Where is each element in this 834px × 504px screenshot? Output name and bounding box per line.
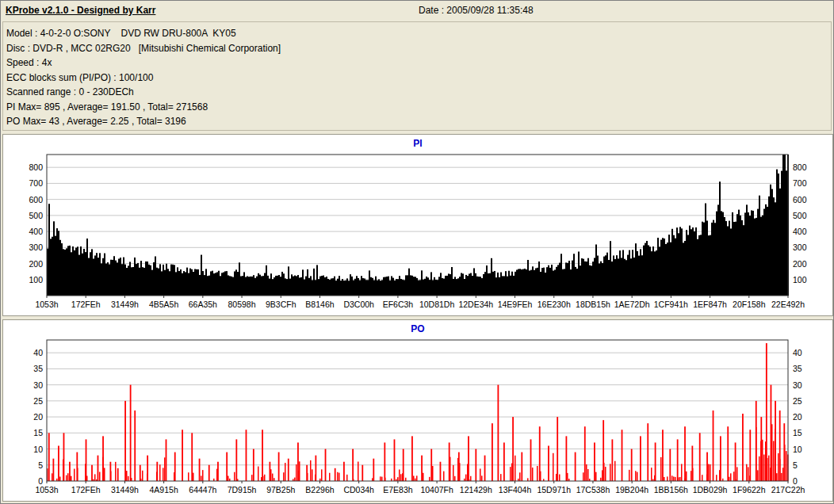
- bar: [310, 276, 312, 296]
- bar: [147, 456, 148, 481]
- bar: [689, 226, 691, 296]
- bar: [548, 265, 549, 296]
- bar: [510, 467, 511, 481]
- bar: [679, 477, 681, 481]
- bar: [610, 464, 611, 481]
- bar: [262, 276, 264, 296]
- bar: [652, 246, 654, 296]
- bar: [521, 269, 522, 296]
- bar: [302, 269, 304, 296]
- bar: [283, 273, 285, 296]
- bar: [243, 272, 245, 296]
- bar: [497, 273, 499, 296]
- bar: [637, 472, 638, 481]
- bar: [381, 477, 383, 481]
- bar: [254, 278, 256, 296]
- bar: [500, 273, 502, 296]
- bar: [606, 253, 608, 296]
- bar: [177, 267, 178, 296]
- bar: [483, 274, 484, 296]
- bar: [164, 270, 166, 296]
- bar: [226, 271, 228, 296]
- bar: [503, 276, 505, 296]
- bar: [313, 269, 315, 296]
- bar: [77, 246, 78, 296]
- bar: [692, 227, 694, 296]
- bar: [185, 272, 186, 296]
- bar: [296, 276, 297, 296]
- x-tick-label: D3C00h: [343, 300, 374, 309]
- bar: [411, 276, 413, 296]
- bar: [562, 269, 564, 296]
- bar: [756, 218, 757, 296]
- bar: [352, 449, 354, 481]
- bar: [500, 474, 502, 481]
- bar: [166, 264, 167, 296]
- bar: [223, 273, 224, 296]
- bar: [559, 263, 560, 296]
- bar: [511, 272, 513, 296]
- bar: [484, 272, 486, 296]
- bar: [218, 271, 220, 296]
- bar: [605, 467, 606, 481]
- bar: [748, 212, 749, 296]
- bar: [67, 246, 69, 296]
- bar: [369, 270, 370, 296]
- po-chart: 005510101515202025253030353540401053h172…: [3, 336, 832, 501]
- bar: [673, 235, 675, 296]
- bar: [76, 452, 78, 481]
- bar: [706, 220, 708, 296]
- bar: [191, 433, 193, 481]
- bar: [55, 236, 56, 296]
- bar: [656, 250, 657, 296]
- bar: [109, 462, 111, 481]
- bar: [627, 255, 629, 296]
- bar: [275, 276, 277, 296]
- y-tick-label-right: 200: [793, 259, 807, 269]
- bar: [208, 276, 210, 296]
- bar: [394, 281, 396, 296]
- y-tick-label-left: 5: [38, 460, 43, 470]
- bar: [339, 473, 340, 481]
- bar: [193, 473, 194, 481]
- bar: [413, 277, 415, 296]
- bar: [98, 258, 99, 296]
- bar: [583, 259, 584, 296]
- scan-date: Date : 2005/09/28 11:35:48: [419, 5, 534, 16]
- bar: [405, 478, 407, 481]
- bar: [88, 258, 90, 296]
- bar: [228, 476, 229, 481]
- x-tick-label: 172FEh: [71, 300, 101, 309]
- bar: [587, 469, 589, 481]
- bar: [713, 220, 714, 296]
- bar: [351, 277, 353, 296]
- bar: [367, 280, 369, 296]
- bar: [781, 473, 782, 481]
- bar: [324, 277, 326, 296]
- bar: [614, 259, 616, 296]
- bar: [416, 475, 418, 481]
- bar: [513, 276, 515, 296]
- bar: [695, 227, 697, 296]
- bar: [259, 275, 261, 296]
- bar: [131, 267, 132, 296]
- bar: [342, 279, 343, 296]
- bar: [480, 277, 481, 296]
- bar: [757, 209, 759, 296]
- bar: [346, 475, 348, 481]
- bar: [559, 475, 560, 481]
- y-tick-label-right: 600: [793, 195, 807, 204]
- bar: [215, 273, 216, 296]
- bar: [372, 278, 373, 296]
- bar: [711, 223, 713, 296]
- bar: [643, 246, 645, 296]
- bar: [345, 281, 346, 296]
- bar: [675, 239, 676, 296]
- bar: [410, 275, 411, 296]
- bar: [381, 280, 383, 296]
- bar: [521, 452, 522, 481]
- bar: [686, 472, 687, 481]
- bar: [304, 280, 305, 296]
- bar: [700, 235, 702, 296]
- bar: [687, 235, 689, 296]
